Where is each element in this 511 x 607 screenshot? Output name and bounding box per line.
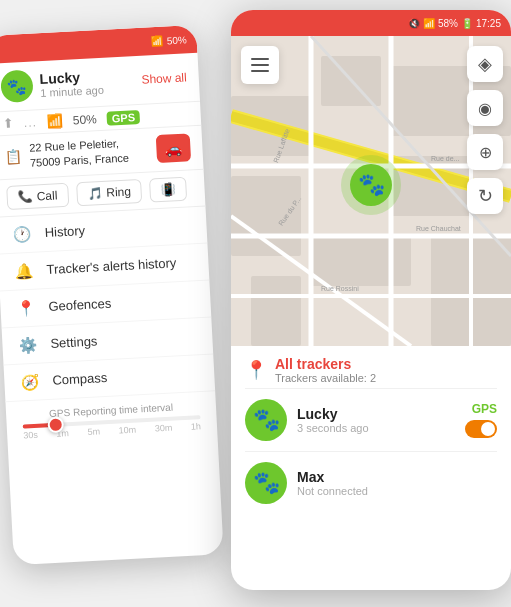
mute-icon: 🔇	[408, 18, 420, 29]
crosshair-icon: ⊕	[479, 143, 492, 162]
alerts-icon: 🔔	[14, 261, 35, 280]
marker-outer-ring: 🐾	[341, 155, 401, 215]
radar-button[interactable]: ◉	[467, 90, 503, 126]
all-trackers-header: 📍 All trackers Trackers available: 2	[245, 356, 497, 384]
marker-inner: 🐾	[350, 164, 392, 206]
nav-icon: ⬆	[2, 116, 14, 132]
front-signal: 📶	[423, 18, 435, 29]
car-button[interactable]: 🚗	[156, 134, 191, 164]
history-label: History	[44, 223, 85, 240]
slider-section: GPS Reporting time interval 30s 1m 5m 10…	[5, 391, 217, 451]
call-label: Call	[36, 188, 57, 203]
copy-icon: 📋	[4, 149, 22, 166]
avatar-lucky: 🐾	[245, 399, 287, 441]
back-battery: 50%	[166, 34, 187, 46]
compass-icon: 🧭	[20, 372, 41, 391]
battery-percent: 50%	[72, 112, 97, 127]
tick-30s: 30s	[23, 430, 38, 441]
battery-icon: 🔋	[461, 18, 473, 29]
tick-10m: 10m	[118, 424, 136, 435]
svg-text:Rue Chauchat: Rue Chauchat	[416, 225, 461, 232]
layers-button[interactable]: ◈	[467, 46, 503, 82]
tracker-status-lucky: GPS	[465, 402, 497, 438]
call-button[interactable]: 📞 Call	[6, 183, 69, 210]
menu-list: 🕐 History 🔔 Tracker's alerts history 📍 G…	[0, 206, 215, 402]
radar-icon: ◉	[478, 99, 492, 118]
svg-rect-8	[251, 276, 301, 346]
layers-icon: ◈	[478, 53, 492, 75]
svg-rect-7	[311, 236, 411, 286]
compass-label: Compass	[52, 370, 108, 388]
tracker-name-max: Max	[297, 469, 368, 485]
ring-label: Ring	[106, 184, 131, 199]
signal-dots: ...	[23, 115, 37, 130]
tracker-name-lucky: Lucky	[297, 406, 369, 422]
front-phone: 🔇 📶 58% 🔋 17:25	[231, 10, 511, 590]
trackers-available: Trackers available: 2	[275, 372, 376, 384]
tracker-list-left-lucky: 🐾 Lucky 3 seconds ago	[245, 399, 369, 441]
map-area: Rue Laffitte Rue de... Rue Chauchat Rue …	[231, 36, 511, 346]
map-controls: ◈ ◉ ⊕ ↻	[467, 46, 503, 214]
svg-text:Rue de...: Rue de...	[431, 155, 459, 162]
tracker-list-item-lucky[interactable]: 🐾 Lucky 3 seconds ago GPS	[245, 388, 497, 451]
show-all-link[interactable]: Show all	[141, 70, 187, 86]
history-icon: 🕐	[12, 224, 33, 243]
geofences-label: Geofences	[48, 296, 112, 314]
hamburger-menu[interactable]	[241, 46, 279, 84]
ring-button[interactable]: 🎵 Ring	[76, 179, 143, 206]
paw-icon-lucky: 🐾	[253, 407, 280, 433]
paw-icon-back: 🐾	[6, 76, 27, 96]
avatar-max: 🐾	[245, 462, 287, 504]
tracker-time-back: 1 minute ago	[40, 84, 104, 99]
toggle-lucky[interactable]	[465, 420, 497, 438]
location-button[interactable]: ⊕	[467, 134, 503, 170]
tick-1h: 1h	[191, 421, 202, 432]
front-time: 17:25	[476, 18, 501, 29]
svg-text:Rue Rossini: Rue Rossini	[321, 285, 359, 292]
paw-icon-max: 🐾	[253, 470, 280, 496]
signal-bars-icon: 📶	[46, 113, 63, 129]
tracker-time-max: Not connected	[297, 485, 368, 497]
call-icon: 📞	[17, 189, 33, 204]
back-phone: 📶 50% 🐾 Lucky 1 minute ago Show all ⬆ ..…	[0, 25, 224, 565]
settings-icon: ⚙️	[18, 335, 39, 354]
all-trackers-title: All trackers	[275, 356, 376, 372]
back-signal-icon: 📶	[150, 35, 163, 47]
front-battery: 58%	[438, 18, 458, 29]
tick-30m: 30m	[155, 422, 173, 433]
tracker-time-lucky: 3 seconds ago	[297, 422, 369, 434]
vibrate-button[interactable]: 📳	[149, 176, 187, 202]
alerts-label: Tracker's alerts history	[46, 256, 176, 278]
refresh-button[interactable]: ↻	[467, 178, 503, 214]
settings-label: Settings	[50, 334, 98, 351]
front-status-bar: 🔇 📶 58% 🔋 17:25	[231, 10, 511, 36]
svg-rect-4	[231, 176, 301, 256]
marker-paw-icon: 🐾	[358, 172, 385, 198]
geofences-icon: 📍	[16, 298, 37, 317]
tick-5m: 5m	[87, 426, 100, 437]
tracker-map-marker[interactable]: 🐾	[341, 155, 401, 215]
pin-icon: 📍	[245, 359, 267, 381]
vibrate-icon: 📳	[161, 182, 177, 197]
gps-badge: GPS	[106, 109, 140, 125]
tracker-list-left-max: 🐾 Max Not connected	[245, 462, 368, 504]
tracker-list-item-max[interactable]: 🐾 Max Not connected	[245, 451, 497, 514]
tracker-avatar-back: 🐾	[0, 70, 34, 104]
trackers-panel: 📍 All trackers Trackers available: 2 🐾 L…	[231, 346, 511, 514]
hamburger-icon	[251, 58, 269, 72]
gps-label-lucky: GPS	[472, 402, 497, 416]
refresh-icon: ↻	[478, 185, 493, 207]
ring-icon: 🎵	[87, 186, 103, 201]
